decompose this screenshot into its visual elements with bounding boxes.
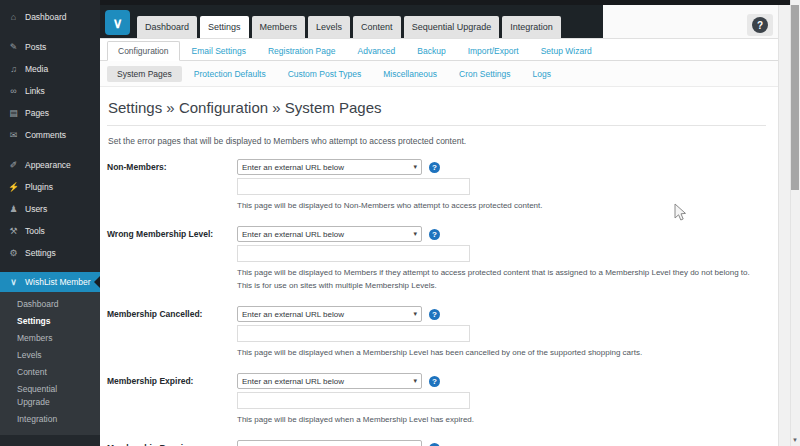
- select-value: Enter an external URL below: [242, 377, 344, 386]
- form-row-membership-cancelled: Membership Cancelled: Enter an external …: [107, 306, 766, 359]
- tab-content[interactable]: Content: [353, 16, 401, 38]
- sidebar-item-pages[interactable]: ▤Pages: [0, 102, 100, 124]
- user-icon: ♟: [8, 202, 19, 216]
- sidebar-item-settings[interactable]: ⚙Settings: [0, 242, 100, 264]
- scrollbar[interactable]: ▼: [790, 0, 800, 446]
- sidebar-item-label: Posts: [25, 40, 46, 54]
- tab-backup[interactable]: Backup: [407, 42, 455, 60]
- submenu-item-levels[interactable]: Levels: [0, 347, 100, 364]
- sidebar-item-plugins[interactable]: ⚡Plugins: [0, 176, 100, 198]
- page-select[interactable]: Enter an external URL below▾: [237, 159, 422, 175]
- current-menu-arrow: [88, 276, 100, 288]
- admin-sidebar: ⌂Dashboard ✎Posts ♫Media ∞Links ▤Pages ✉…: [0, 0, 100, 446]
- scroll-down-arrow[interactable]: ▼: [790, 436, 800, 445]
- tab-integration[interactable]: Integration: [502, 16, 561, 38]
- submenu-item-dashboard[interactable]: Dashboard: [0, 296, 100, 313]
- page-select[interactable]: Enter an external URL below▾: [237, 440, 422, 446]
- sidebar-item-label: Comments: [25, 128, 66, 142]
- wishlist-logo: ∨: [105, 10, 130, 35]
- wishlist-submenu: Dashboard Settings Members Levels Conten…: [0, 292, 100, 435]
- help-icon[interactable]: ?: [429, 376, 440, 387]
- tab-configuration[interactable]: Configuration: [107, 41, 180, 61]
- submenu-item-content[interactable]: Content: [0, 364, 100, 381]
- sidebar-item-label: Settings: [25, 246, 56, 260]
- pages-icon: ▤: [8, 106, 19, 120]
- tab-members[interactable]: Members: [252, 16, 306, 38]
- dashboard-icon: ⌂: [8, 10, 19, 24]
- help-icon[interactable]: ?: [429, 162, 440, 173]
- sidebar-item-links[interactable]: ∞Links: [0, 80, 100, 102]
- field-label: Wrong Membership Level:: [107, 226, 237, 292]
- tab-dashboard[interactable]: Dashboard: [137, 16, 197, 38]
- help-icon[interactable]: ?: [429, 443, 440, 446]
- configuration-subtabs: System Pages Protection Defaults Custom …: [100, 61, 778, 87]
- page-select[interactable]: Enter an external URL below▾: [237, 306, 422, 322]
- help-icon: ?: [752, 17, 768, 33]
- tab-import-export[interactable]: Import/Export: [458, 42, 529, 60]
- chevron-down-icon: ▾: [413, 163, 417, 171]
- tab-protection-defaults[interactable]: Protection Defaults: [184, 66, 276, 82]
- main-panel: ∨ Dashboard Settings Members Levels Cont…: [100, 0, 779, 446]
- chevron-down-icon: ▾: [413, 377, 417, 385]
- top-strip: [100, 0, 790, 5]
- external-url-input[interactable]: [237, 245, 470, 262]
- tab-miscellaneous[interactable]: Miscellaneous: [373, 66, 447, 82]
- select-value: Enter an external URL below: [242, 310, 344, 319]
- tab-levels[interactable]: Levels: [308, 16, 350, 38]
- chevron-down-icon: ▾: [413, 230, 417, 238]
- select-value: Enter an external URL below: [242, 163, 344, 172]
- plugin-icon: ⚡: [8, 180, 19, 194]
- sidebar-item-label: Users: [25, 202, 47, 216]
- tab-custom-post-types[interactable]: Custom Post Types: [278, 66, 372, 82]
- field-label: Non-Members:: [107, 159, 237, 212]
- tab-cron-settings[interactable]: Cron Settings: [449, 66, 521, 82]
- sidebar-item-media[interactable]: ♫Media: [0, 58, 100, 80]
- page-description: Set the error pages that will be display…: [108, 136, 766, 146]
- sidebar-item-comments[interactable]: ✉Comments: [0, 124, 100, 146]
- field-description: This page will be displayed when a Membe…: [237, 413, 766, 426]
- external-url-input[interactable]: [237, 325, 470, 342]
- sidebar-item-label: Dashboard: [25, 10, 67, 24]
- form-row-non-members: Non-Members: Enter an external URL below…: [107, 159, 766, 212]
- sidebar-item-users[interactable]: ♟Users: [0, 198, 100, 220]
- page-select[interactable]: Enter an external URL below▾: [237, 373, 422, 389]
- scrollbar-thumb[interactable]: [791, 5, 799, 190]
- field-label: Membership Requires: [107, 440, 237, 446]
- chevron-down-icon: ▾: [413, 310, 417, 318]
- sidebar-item-wishlist-member[interactable]: ∨ WishList Member: [0, 272, 100, 292]
- comments-icon: ✉: [8, 128, 19, 142]
- tab-advanced[interactable]: Advanced: [347, 42, 405, 60]
- gear-icon: ⚙: [8, 246, 19, 260]
- field-description: This page will be displayed when a Membe…: [237, 346, 766, 359]
- tab-registration-page[interactable]: Registration Page: [258, 42, 346, 60]
- external-url-input[interactable]: [237, 392, 470, 409]
- wishlist-icon: ∨: [8, 277, 19, 287]
- submenu-item-settings[interactable]: Settings: [0, 313, 100, 330]
- tools-icon: ⚒: [8, 224, 19, 238]
- help-button[interactable]: ?: [747, 14, 773, 36]
- help-icon[interactable]: ?: [429, 229, 440, 240]
- tab-settings[interactable]: Settings: [200, 16, 249, 38]
- sidebar-item-label: Plugins: [25, 180, 53, 194]
- sidebar-item-dashboard[interactable]: ⌂Dashboard: [0, 6, 100, 28]
- form-row-membership-expired: Membership Expired: Enter an external UR…: [107, 373, 766, 426]
- submenu-item-integration[interactable]: Integration: [0, 411, 100, 428]
- external-url-input[interactable]: [237, 178, 470, 195]
- field-description: This page will be displayed to Non-Membe…: [237, 199, 766, 212]
- page-select[interactable]: Enter an external URL below▾: [237, 226, 422, 242]
- tab-email-settings[interactable]: Email Settings: [182, 42, 256, 60]
- submenu-item-sequential-upgrade[interactable]: Sequential Upgrade: [0, 381, 100, 411]
- field-label: Membership Expired:: [107, 373, 237, 426]
- sidebar-item-tools[interactable]: ⚒Tools: [0, 220, 100, 242]
- sidebar-item-posts[interactable]: ✎Posts: [0, 36, 100, 58]
- tab-setup-wizard[interactable]: Setup Wizard: [531, 42, 602, 60]
- page-title: Settings » Configuration » System Pages: [107, 99, 766, 126]
- tab-logs[interactable]: Logs: [523, 66, 561, 82]
- tab-sequential-upgrade[interactable]: Sequential Upgrade: [404, 16, 500, 38]
- help-icon[interactable]: ?: [429, 309, 440, 320]
- submenu-item-members[interactable]: Members: [0, 330, 100, 347]
- settings-subtabs: Configuration Email Settings Registratio…: [100, 39, 778, 61]
- tab-system-pages[interactable]: System Pages: [107, 66, 182, 82]
- media-icon: ♫: [8, 62, 19, 76]
- sidebar-item-appearance[interactable]: ✐Appearance: [0, 154, 100, 176]
